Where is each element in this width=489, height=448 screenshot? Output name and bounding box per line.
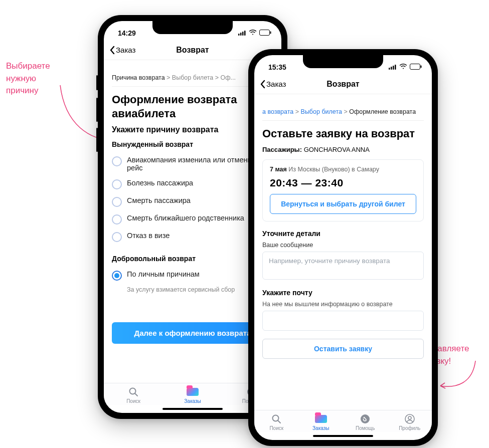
radio-icon — [112, 197, 122, 207]
radio-icon-checked — [112, 271, 122, 281]
orders-folder-icon — [186, 386, 199, 397]
svg-point-18 — [405, 414, 414, 423]
breadcrumb-step-3: Оформление возврата — [349, 108, 416, 115]
radio-icon — [112, 179, 122, 189]
svg-rect-2 — [242, 32, 244, 36]
signal-icon — [389, 63, 397, 71]
message-textarea[interactable] — [262, 252, 424, 280]
passengers-value: GONCHAROVA ANNA — [304, 146, 370, 153]
chevron-left-icon — [109, 46, 116, 55]
search-icon — [127, 386, 140, 397]
radio-label: Отказ в визе — [127, 232, 170, 240]
tab-orders[interactable]: Заказы — [299, 413, 344, 431]
back-label: Заказ — [116, 46, 135, 54]
notch — [152, 21, 233, 34]
svg-rect-10 — [391, 67, 392, 70]
radio-icon — [112, 232, 122, 242]
tab-label: Поиск — [269, 425, 283, 431]
svg-line-7 — [135, 394, 138, 396]
profile-icon — [403, 413, 416, 424]
message-label: Ваше сообщение — [262, 242, 424, 249]
svg-rect-1 — [240, 33, 242, 36]
svg-point-15 — [273, 415, 279, 421]
flight-route: Из Москвы (Внуково) в Самару — [288, 166, 379, 173]
tab-help[interactable]: Помощь — [343, 413, 388, 431]
radio-icon — [112, 214, 122, 225]
svg-rect-14 — [421, 66, 422, 68]
svg-rect-0 — [238, 34, 240, 36]
back-label: Заказ — [266, 80, 286, 88]
nav-bar: Заказ Возврат — [254, 74, 432, 94]
radio-label: Болезнь пассажира — [127, 179, 193, 187]
breadcrumb-step-3: Оф... — [221, 74, 236, 81]
tab-label: Помощь — [356, 425, 375, 431]
tab-search[interactable]: Поиск — [254, 413, 299, 431]
nav-title: Возврат — [176, 46, 209, 55]
battery-icon — [410, 63, 422, 71]
help-phone-icon — [359, 413, 372, 424]
breadcrumb-step-1: Причина возврата — [112, 74, 165, 81]
email-hint: На нее мы вышлем информацию о возврате — [262, 301, 424, 308]
tab-profile[interactable]: Профиль — [388, 413, 432, 431]
flight-times: 20:43 — 23:40 — [270, 177, 416, 189]
home-indicator[interactable] — [313, 435, 373, 437]
svg-rect-11 — [393, 66, 394, 70]
flight-card: 7 мая Из Москвы (Внуково) в Самару 20:43… — [262, 159, 424, 221]
phone-mockup-2: 15:35 Заказ Возврат а возврата > Выбор б… — [248, 49, 438, 446]
tab-orders[interactable]: Заказы — [163, 386, 222, 404]
submit-request-button[interactable]: Оставить заявку — [262, 339, 424, 359]
status-time: 14:29 — [118, 29, 136, 37]
orders-folder-icon — [314, 413, 328, 424]
svg-line-16 — [278, 421, 281, 423]
breadcrumb: а возврата > Выбор билета > Оформление в… — [262, 101, 424, 121]
tab-bar: Поиск Заказы Помощь Профиль — [254, 410, 432, 432]
svg-rect-4 — [260, 30, 270, 36]
battery-icon — [259, 29, 271, 37]
chevron-left-icon — [259, 80, 266, 89]
status-time: 15:35 — [268, 63, 286, 71]
email-title: Укажите почту — [262, 289, 424, 297]
back-button[interactable]: Заказ — [259, 80, 286, 89]
page-title: Оставьте заявку на возврат — [262, 127, 424, 141]
svg-rect-3 — [244, 31, 246, 36]
tab-label: Заказы — [312, 425, 329, 431]
signal-icon — [238, 29, 246, 37]
svg-rect-13 — [410, 64, 420, 70]
radio-icon — [112, 156, 122, 166]
radio-label: Смерть ближайшего родственника — [127, 214, 244, 222]
wifi-icon — [399, 63, 407, 71]
passengers-label: Пассажиры: — [262, 146, 302, 153]
wifi-icon — [249, 29, 257, 37]
svg-rect-9 — [389, 68, 390, 70]
svg-rect-5 — [270, 32, 271, 34]
home-indicator[interactable] — [162, 408, 223, 410]
breadcrumb-step-2[interactable]: Выбор билета — [301, 108, 342, 115]
passengers-line: Пассажиры: GONCHAROVA ANNA — [262, 146, 424, 153]
nav-title: Возврат — [327, 80, 359, 89]
notch — [303, 55, 383, 68]
radio-label: Смерть пассажира — [127, 196, 191, 204]
change-ticket-button[interactable]: Вернуться и выбрать другой билет — [270, 194, 416, 214]
tab-label: Профиль — [399, 425, 420, 431]
annotation-choose-reason: Выбираете нужную причину — [6, 60, 66, 97]
svg-rect-12 — [395, 65, 396, 70]
details-title: Уточните детали — [262, 230, 424, 238]
tab-label: Заказы — [184, 398, 201, 404]
svg-point-19 — [408, 416, 411, 419]
tab-search[interactable]: Поиск — [104, 386, 163, 404]
flight-date: 7 мая — [270, 166, 287, 173]
breadcrumb-step-1[interactable]: а возврата — [262, 108, 293, 115]
search-icon — [270, 413, 283, 424]
breadcrumb-step-2: Выбор билета — [172, 74, 213, 81]
tab-label: Поиск — [126, 398, 140, 404]
back-button[interactable]: Заказ — [109, 46, 135, 55]
email-input[interactable] — [262, 311, 424, 331]
radio-label: По личным причинам — [127, 270, 200, 278]
svg-point-6 — [130, 388, 136, 394]
